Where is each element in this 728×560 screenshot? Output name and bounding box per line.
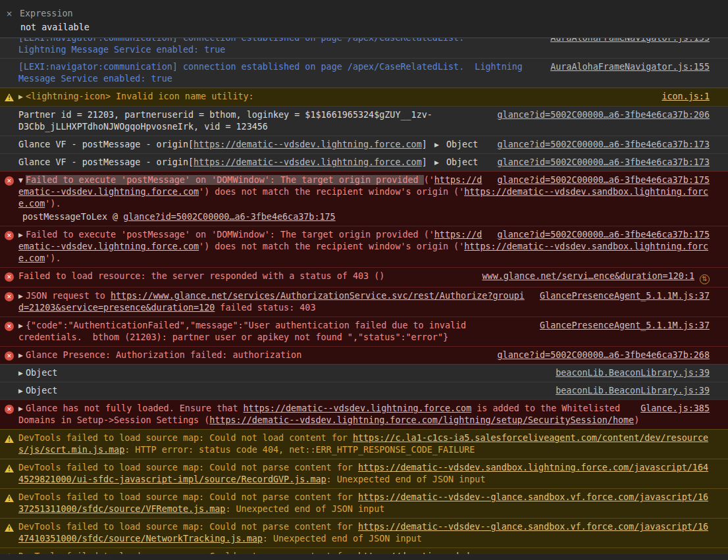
console-message: www.glance.net/servi…ence&duration=120:1…: [18, 270, 711, 284]
network-activity-icon[interactable]: ⇅: [700, 274, 710, 284]
object-expander-icon[interactable]: ▶: [432, 139, 441, 151]
message-text: : HTTP error: status code 404, net::ERR_…: [124, 445, 475, 455]
row-gutter: !: [0, 551, 18, 554]
message-text: Glance VF - postMessage - origin[: [18, 140, 194, 149]
console-row: !icon.js:1▶<lightning-icon> Invalid icon…: [0, 88, 728, 106]
source-link[interactable]: glance?id=5002C00000…a6-3fbe4e6ca37b:173: [498, 140, 710, 149]
row-gutter: [0, 109, 18, 133]
message-text: ').: [45, 199, 61, 209]
expander-icon[interactable]: ▶: [18, 403, 26, 415]
console-row: beaconLib.BeaconLibrary.js:39▶Object: [0, 382, 728, 399]
row-gutter: ✕: [0, 229, 18, 265]
console-message: DevTools failed to load source map: Coul…: [18, 492, 711, 515]
warning-icon: !: [5, 93, 14, 101]
source-link[interactable]: GlancePresenceAgent_5.1.1M.js:37: [540, 320, 710, 330]
source-location: glance?id=5002C00000…a6-3fbe4e6ca37b:173: [498, 157, 710, 168]
close-icon[interactable]: ×: [6, 9, 15, 18]
expander-icon[interactable]: ▶: [18, 349, 26, 361]
expander-icon[interactable]: ▶: [18, 367, 26, 379]
message-text: ]: [422, 140, 432, 149]
inline-link[interactable]: https://dematic--vdsdev.lightning.force.…: [194, 157, 422, 167]
row-gutter: [0, 139, 18, 151]
message-text: DevTools failed to load source map: Coul…: [18, 433, 353, 443]
expression-value: not available: [6, 22, 728, 32]
source-link[interactable]: AuraAlohaFrameNavigator.js:155: [550, 62, 710, 72]
expander-icon[interactable]: ▶: [18, 290, 26, 302]
message-text: DevTools failed to load source map: Coul…: [18, 463, 358, 472]
source-link[interactable]: GlancePresenceAgent_5.1.1M.js:37: [540, 291, 710, 301]
source-location: glance?id=5002C00000…a6-3fbe4e6ca37b:268: [498, 349, 710, 361]
warning-icon: !: [5, 494, 14, 502]
source-link[interactable]: glance?id=5002C00000…a6-3fbe4e6ca37b:206: [498, 110, 710, 120]
console-row: ✕glance?id=5002C00000…a6-3fbe4e6ca37b:17…: [0, 226, 728, 267]
warning-icon: !: [5, 524, 14, 532]
warning-icon: !: [5, 553, 14, 554]
message-text: ]: [422, 157, 432, 167]
source-location: GlancePresenceAgent_5.1.1M.js:37: [540, 320, 710, 332]
message-text: Object: [26, 386, 57, 395]
row-gutter: !: [0, 492, 18, 515]
source-link[interactable]: glance?id=5002C00000…a6-3fbe4e6ca37b:268: [498, 350, 710, 360]
console-log: AuraAlohaFrameNavigator.js:155[LEXI:navi…: [0, 38, 728, 554]
clipped-row-viewport: !DevTools failed to load source map: Cou…: [0, 547, 728, 554]
source-link[interactable]: beaconLib.BeaconLibrary.js:39: [556, 386, 710, 395]
console-row: AuraAlohaFrameNavigator.js:155[LEXI:navi…: [0, 58, 728, 88]
message-text: JSON request to: [26, 291, 111, 301]
console-message: glance?id=5002C00000…a6-3fbe4e6ca37b:268…: [18, 349, 711, 361]
console-row: ✕GlancePresenceAgent_5.1.1M.js:37▶JSON r…: [0, 287, 728, 317]
message-text: : Unexpected end of JSON input: [225, 504, 384, 514]
message-text: DevTools failed to load source map: Coul…: [18, 492, 358, 502]
source-location: Glance.js:385: [640, 403, 710, 415]
message-text: failed status: 403: [215, 303, 315, 313]
message-text: : Unexpected end of JSON input: [263, 534, 422, 544]
expander-icon[interactable]: ▼: [18, 174, 26, 186]
row-gutter: ✕: [0, 320, 18, 344]
inline-link[interactable]: https://dematic--vdsdev.lightning.force.…: [209, 415, 634, 425]
source-link[interactable]: beaconLib.BeaconLibrary.js:39: [556, 368, 710, 378]
expander-icon[interactable]: ▶: [18, 385, 26, 397]
expander-icon[interactable]: ▶: [18, 91, 26, 103]
row-gutter: !: [0, 91, 18, 103]
inline-link[interactable]: https://dematic--vdsdev.lightning.force.…: [244, 403, 472, 413]
stack-link[interactable]: glance?id=5002C00000…a6-3fbe4e6ca37b:175: [123, 212, 335, 222]
warning-exclamation: !: [8, 525, 11, 532]
source-location: GlancePresenceAgent_5.1.1M.js:37: [540, 290, 710, 302]
inline-link[interactable]: https://dematic--vdsdev.lightning.force.…: [194, 140, 422, 149]
source-link[interactable]: icon.js:1: [662, 91, 710, 101]
source-link[interactable]: Glance.js:385: [640, 403, 710, 413]
console-row: glance?id=5002C00000…a6-3fbe4e6ca37b:206…: [0, 106, 728, 136]
inline-link[interactable]: https://dematic--vdsdev…: [358, 551, 485, 554]
console-row: beaconLib.BeaconLibrary.js:39▶Object: [0, 364, 728, 382]
console-row: AuraAlohaFrameNavigator.js:155[LEXI:navi…: [0, 38, 728, 58]
error-icon: ✕: [5, 405, 14, 414]
console-message: glance?id=5002C00000…a6-3fbe4e6ca37b:173…: [18, 157, 711, 168]
warning-exclamation: !: [8, 496, 11, 502]
source-link[interactable]: www.glance.net/servi…ence&duration=120:1: [482, 271, 694, 281]
message-text: Failed to execute 'postMessage' on 'DOMW…: [26, 230, 434, 240]
live-expression-panel: ×Expression not available: [0, 0, 728, 38]
console-row: ✕GlancePresenceAgent_5.1.1M.js:37▶{"code…: [0, 317, 728, 346]
console-row: glance?id=5002C00000…a6-3fbe4e6ca37b:173…: [0, 153, 728, 171]
console-message: GlancePresenceAgent_5.1.1M.js:37▶{"code"…: [18, 320, 711, 344]
expander-icon[interactable]: ▶: [18, 320, 26, 332]
message-text: ') does not match the recipient window's…: [199, 242, 464, 251]
row-gutter: [0, 367, 18, 379]
expander-icon[interactable]: ▶: [18, 229, 26, 241]
message-text: DevTools failed to load source map: Coul…: [18, 551, 358, 554]
console-row: glance?id=5002C00000…a6-3fbe4e6ca37b:173…: [0, 136, 728, 153]
row-gutter: ✕: [0, 290, 18, 314]
message-text: {"code":"AuthenticationFailed","message"…: [18, 320, 471, 342]
error-icon: ✕: [5, 231, 14, 240]
message-text: Failed to execute 'postMessage' on 'DOMW…: [26, 175, 424, 185]
error-icon: ✕: [5, 272, 14, 282]
source-link[interactable]: glance?id=5002C00000…a6-3fbe4e6ca37b:173: [498, 157, 710, 167]
source-link[interactable]: AuraAlohaFrameNavigator.js:155: [550, 38, 710, 43]
object-expander-icon[interactable]: ▶: [432, 157, 441, 168]
source-link[interactable]: glance?id=5002C00000…a6-3fbe4e6ca37b:175: [498, 230, 710, 240]
console-message: AuraAlohaFrameNavigator.js:155[LEXI:navi…: [18, 61, 711, 85]
message-text: [LEXI:navigator:communication] connectio…: [18, 38, 464, 55]
source-link[interactable]: glance?id=5002C00000…a6-3fbe4e6ca37b:175: [498, 175, 710, 185]
row-gutter: ✕: [0, 270, 18, 284]
source-location: glance?id=5002C00000…a6-3fbe4e6ca37b:175: [498, 174, 710, 186]
console-message: icon.js:1▶<lightning-icon> Invalid icon …: [18, 91, 711, 103]
